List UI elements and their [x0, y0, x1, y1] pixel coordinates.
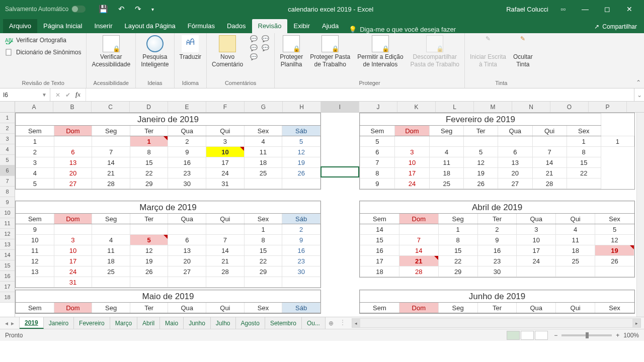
sheet-tab[interactable]: Julho: [211, 317, 236, 329]
sheet-tab[interactable]: Maio: [160, 317, 184, 329]
check-accessibility-button[interactable]: Verificar Acessibilidade: [92, 35, 130, 68]
row-header[interactable]: 4: [0, 144, 15, 155]
close-button[interactable]: ✕: [622, 5, 637, 13]
tab-formulas[interactable]: Fórmulas: [182, 19, 221, 33]
tab-inserir[interactable]: Inserir: [88, 19, 118, 33]
cell-area[interactable]: Janeiro de 2019SemDomSegTerQuaQuiSexSáb1…: [15, 113, 644, 317]
maximize-button[interactable]: ◻: [600, 5, 615, 13]
sheet-tab[interactable]: Abril: [137, 317, 160, 329]
sheet-nav[interactable]: ◂▸: [0, 317, 20, 329]
sheet-tab[interactable]: Fevereiro: [74, 317, 110, 329]
formula-input[interactable]: [86, 88, 634, 101]
tab-exibir[interactable]: Exibir: [287, 19, 316, 33]
row-header[interactable]: 14: [0, 250, 15, 260]
column-header[interactable]: G: [245, 102, 283, 112]
row-header[interactable]: 15: [0, 260, 15, 271]
undo-icon[interactable]: ↶: [118, 5, 125, 14]
show-all-icon[interactable]: 💬: [262, 44, 269, 51]
tab-pagina-inicial[interactable]: Página Inicial: [37, 19, 88, 33]
view-page-layout-button[interactable]: [521, 331, 534, 340]
sheet-tab[interactable]: Setembro: [265, 317, 302, 329]
row-header[interactable]: 16: [0, 271, 15, 282]
column-header[interactable]: B: [53, 102, 92, 112]
spreadsheet-grid[interactable]: 123456789101112131415161718 ABCDEFGHIJKL…: [0, 102, 644, 317]
view-page-break-button[interactable]: [535, 331, 548, 340]
column-header[interactable]: K: [397, 102, 436, 112]
sheet-tab[interactable]: Janeiro: [44, 317, 74, 329]
column-header[interactable]: M: [474, 102, 512, 112]
select-all-corner[interactable]: [0, 102, 15, 113]
protect-workbook-button[interactable]: Proteger Pasta de Trabalho: [310, 35, 350, 68]
sheet-tab[interactable]: 2019: [20, 317, 44, 329]
row-header[interactable]: 8: [0, 187, 15, 197]
column-header[interactable]: I: [321, 102, 359, 112]
enter-formula-icon[interactable]: ✔: [65, 92, 70, 99]
vertical-scrollbar[interactable]: [636, 113, 644, 317]
share-button[interactable]: ↗ Compartilhar: [587, 20, 644, 33]
save-icon[interactable]: 💾: [99, 5, 108, 14]
column-header[interactable]: N: [512, 102, 550, 112]
allow-ranges-button[interactable]: Permitir a Edição de Intervalos: [357, 35, 403, 68]
tab-layout[interactable]: Layout da Página: [119, 19, 182, 33]
sheet-tab[interactable]: Agosto: [236, 317, 265, 329]
collapse-ribbon-icon[interactable]: ⌃: [636, 79, 641, 86]
zoom-in-button[interactable]: +: [616, 332, 619, 339]
column-header[interactable]: F: [206, 102, 245, 112]
view-normal-button[interactable]: [507, 331, 520, 340]
row-header[interactable]: 10: [0, 208, 15, 218]
column-header[interactable]: C: [92, 102, 130, 112]
zoom-level[interactable]: 100%: [623, 332, 639, 339]
zoom-out-button[interactable]: −: [554, 332, 557, 339]
column-header[interactable]: H: [283, 102, 321, 112]
prev-comment-icon[interactable]: 💬: [250, 44, 258, 51]
tab-dados[interactable]: Dados: [221, 19, 252, 33]
sheet-prev-icon[interactable]: ◂: [5, 320, 8, 327]
tab-arquivo[interactable]: Arquivo: [3, 19, 37, 33]
column-header[interactable]: A: [15, 102, 53, 112]
row-header[interactable]: 12: [0, 229, 15, 239]
cancel-formula-icon[interactable]: ✕: [55, 92, 60, 99]
show-comment-icon[interactable]: 💬: [262, 35, 269, 42]
row-header[interactable]: 2: [0, 123, 15, 134]
autosave-toggle[interactable]: Salvamento Automático: [0, 6, 91, 13]
row-header[interactable]: 11: [0, 218, 15, 229]
minimize-button[interactable]: —: [578, 5, 593, 13]
qat-customize-icon[interactable]: ▾: [151, 7, 154, 12]
sheet-tab[interactable]: Junho: [184, 317, 211, 329]
column-header[interactable]: P: [589, 102, 627, 112]
next-comment-icon[interactable]: 💬: [250, 53, 258, 60]
ribbon-mode-icon[interactable]: ▫▫: [555, 5, 571, 13]
row-header[interactable]: 18: [0, 292, 15, 303]
hscroll-left-icon[interactable]: ◂: [352, 319, 360, 327]
tell-me[interactable]: 💡 Diga-me o que você deseja fazer: [349, 26, 456, 33]
name-box-dropdown-icon[interactable]: ▼: [42, 92, 47, 98]
thesaurus-button[interactable]: Dicionário de Sinônimos: [5, 47, 81, 57]
hscroll-right-icon[interactable]: ▸: [632, 319, 640, 327]
column-header[interactable]: E: [168, 102, 206, 112]
redo-icon[interactable]: ↷: [135, 5, 141, 14]
zoom-slider[interactable]: [561, 334, 612, 336]
tab-revisao[interactable]: Revisão: [252, 19, 288, 33]
row-header[interactable]: 13: [0, 239, 15, 250]
row-header[interactable]: 3: [0, 134, 15, 144]
fx-icon[interactable]: fx: [75, 91, 80, 99]
row-header[interactable]: 17: [0, 282, 15, 292]
new-comment-button[interactable]: Novo Comentário: [212, 35, 243, 68]
row-header[interactable]: 9: [0, 197, 15, 208]
row-header[interactable]: 7: [0, 176, 15, 187]
horizontal-scrollbar[interactable]: ◂ ▸: [352, 318, 641, 328]
user-name[interactable]: Rafael Colucci: [506, 6, 548, 13]
column-header[interactable]: L: [436, 102, 474, 112]
expand-formula-icon[interactable]: ⌄: [634, 88, 644, 101]
column-header[interactable]: D: [130, 102, 168, 112]
row-header[interactable]: 5: [0, 155, 15, 165]
protect-sheet-button[interactable]: Proteger Planilha: [280, 35, 303, 68]
sheet-next-icon[interactable]: ▸: [11, 320, 14, 327]
column-header[interactable]: J: [359, 102, 397, 112]
translate-button[interactable]: 🗚 Traduzir: [180, 35, 202, 61]
sheet-tab[interactable]: Ou...: [302, 317, 326, 329]
name-box[interactable]: I6 ▼: [0, 88, 50, 101]
smart-lookup-button[interactable]: Pesquisa Inteligente: [141, 35, 169, 68]
add-sheet-button[interactable]: ⊕: [326, 317, 337, 329]
delete-comment-icon[interactable]: 💬: [250, 35, 258, 42]
